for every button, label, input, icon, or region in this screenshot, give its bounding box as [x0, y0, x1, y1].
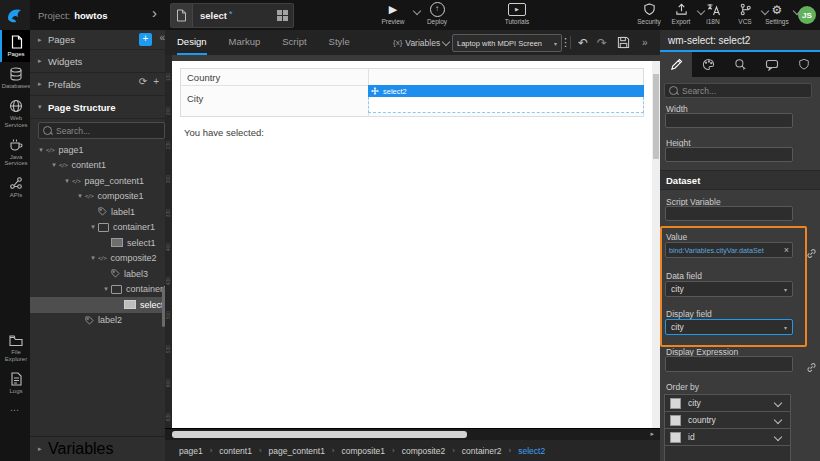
breadcrumb-item[interactable]: content1	[219, 446, 252, 456]
tab-feedback[interactable]	[756, 52, 788, 77]
rail-item-logs[interactable]: Logs	[0, 367, 30, 399]
chevron-down-icon[interactable]	[774, 416, 782, 424]
expand-arrow-icon[interactable]: ▾	[36, 146, 46, 154]
wavemaker-logo[interactable]	[0, 0, 30, 30]
save-icon[interactable]	[617, 30, 630, 55]
tree-node-label1[interactable]: label1	[30, 204, 165, 220]
breadcrumb-item[interactable]: page1	[179, 446, 203, 456]
order-by-option-country[interactable]: country	[665, 412, 790, 429]
tree-node-composite2[interactable]: ▾ </> composite2	[30, 251, 165, 267]
preview-button[interactable]: ▶ Preview	[374, 2, 412, 25]
breadcrumb-item-current[interactable]: select2	[518, 446, 545, 456]
bind-link-icon[interactable]	[806, 359, 817, 377]
vcs-button[interactable]: VCS	[730, 2, 760, 25]
pages-grid-icon[interactable]	[277, 10, 288, 21]
tab-design[interactable]: Design	[177, 30, 207, 55]
breadcrumb-item[interactable]: composite2	[402, 446, 445, 456]
tree-node-page1[interactable]: ▾ </> page1	[30, 142, 165, 158]
checkbox[interactable]	[670, 415, 681, 426]
i18n-button[interactable]: i18N	[698, 2, 728, 25]
select-widget-icon	[124, 300, 136, 309]
properties-search-input[interactable]: Search...	[664, 83, 812, 98]
export-button[interactable]: Export	[666, 2, 696, 25]
tree-node-composite1[interactable]: ▾ </> composite1	[30, 189, 165, 205]
section-page-structure[interactable]: ▾ Page Structure	[30, 96, 165, 119]
select2-selection-bar[interactable]: select2	[368, 85, 644, 97]
bind-link-icon[interactable]	[806, 245, 817, 263]
tab-properties[interactable]	[660, 52, 692, 77]
rail-item-web-services[interactable]: Web Services	[0, 94, 30, 133]
tutorials-button[interactable]: ▶ Tutorials	[496, 2, 538, 25]
clear-icon[interactable]: ×	[781, 245, 792, 255]
width-input[interactable]	[665, 113, 793, 128]
section-prefabs[interactable]: ▸ Prefabs ⟳ +	[30, 73, 165, 96]
display-field-select[interactable]: city ▾	[665, 319, 793, 335]
security-button[interactable]: Security	[634, 2, 664, 25]
section-widgets[interactable]: ▸ Widgets	[30, 50, 165, 73]
expand-arrow-icon[interactable]: ▾	[88, 254, 98, 262]
tab-security[interactable]	[788, 52, 820, 77]
checkbox[interactable]	[670, 432, 681, 443]
expand-panel-icon[interactable]: »	[642, 30, 648, 55]
display-expression-input[interactable]	[665, 356, 793, 372]
select2-widget[interactable]: select2	[368, 85, 644, 113]
chevron-down-icon[interactable]	[774, 433, 782, 441]
rail-more-icon[interactable]: ⋯	[0, 399, 30, 461]
tree-node-content1[interactable]: ▾ </> content1	[30, 158, 165, 174]
rail-item-file-explorer[interactable]: File Explorer	[0, 329, 30, 367]
tab-events[interactable]	[724, 52, 756, 77]
scroll-right-arrow-icon[interactable]: ▸	[650, 430, 654, 438]
add-prefab-icon[interactable]: +	[153, 76, 159, 87]
database-icon	[9, 67, 23, 81]
tab-style[interactable]: Style	[329, 30, 350, 55]
select2-dropdown-field[interactable]	[368, 97, 644, 113]
rail-item-java-services[interactable]: Java Services	[0, 133, 30, 172]
redo-icon[interactable]: ↷	[597, 30, 607, 55]
vertical-scrollbar-thumb[interactable]	[653, 74, 659, 159]
open-page-tab[interactable]: select *	[170, 3, 294, 28]
horizontal-scrollbar-thumb[interactable]	[172, 431, 467, 438]
tree-node-container2[interactable]: ▾ container2	[30, 282, 165, 298]
tab-markup[interactable]: Markup	[229, 30, 261, 55]
add-page-button[interactable]: +	[139, 33, 152, 46]
tree-node-select1[interactable]: select1	[30, 235, 165, 251]
height-input[interactable]	[665, 147, 793, 162]
variables-dropdown[interactable]: {x} Variables	[393, 30, 449, 55]
script-variable-input[interactable]	[665, 206, 793, 221]
expand-arrow-icon[interactable]: ▾	[49, 161, 59, 169]
deploy-button[interactable]: ↑ Deploy	[420, 2, 454, 25]
refresh-prefabs-icon[interactable]: ⟳	[139, 76, 147, 87]
settings-button[interactable]: ⚙ Settings	[762, 2, 792, 25]
order-by-option-id[interactable]: id	[665, 429, 790, 446]
data-field-select[interactable]: city ▾	[665, 281, 793, 297]
tree-node-container1[interactable]: ▾ container1	[30, 220, 165, 236]
form-widget[interactable]: Country City select2	[180, 68, 644, 117]
undo-icon[interactable]: ↶	[578, 30, 588, 55]
rail-item-databases[interactable]: Databases	[0, 62, 30, 94]
tab-styles[interactable]	[692, 52, 724, 77]
section-pages[interactable]: ▸ Pages + «	[30, 30, 165, 50]
expand-arrow-icon[interactable]: ▾	[62, 177, 72, 185]
tab-script[interactable]: Script	[282, 30, 306, 55]
rail-item-apis[interactable]: APIs	[0, 171, 30, 203]
breadcrumb-item[interactable]: page_content1	[269, 446, 325, 456]
user-avatar[interactable]: JS	[798, 6, 816, 24]
device-selector[interactable]: Laptop with MDPI Screen ▾	[452, 34, 562, 52]
breadcrumb-item[interactable]: container2	[462, 446, 502, 456]
tree-node-label3[interactable]: label3	[30, 266, 165, 282]
checkbox[interactable]	[670, 398, 681, 409]
expand-arrow-icon[interactable]: ▾	[88, 223, 98, 231]
value-input[interactable]: bind:Variables.cityVar.dataSet ×	[665, 242, 793, 258]
rail-item-pages[interactable]: Pages	[0, 30, 30, 62]
chevron-down-icon[interactable]	[774, 399, 782, 407]
expand-arrow-icon[interactable]: ▾	[75, 192, 85, 200]
order-by-option-city[interactable]: city	[665, 395, 790, 412]
canvas-vertical-scrollbar[interactable]	[652, 61, 660, 428]
expand-arrow-icon[interactable]: ▾	[101, 285, 111, 293]
tree-node-select2-selected[interactable]: select2	[30, 297, 165, 313]
tree-node-label2[interactable]: label2	[30, 313, 165, 329]
breadcrumb-item[interactable]: composite1	[342, 446, 385, 456]
tree-search-input[interactable]: Search...	[38, 122, 165, 139]
section-variables[interactable]: ▸ Variables	[30, 436, 165, 461]
tree-node-page-content1[interactable]: ▾ </> page_content1	[30, 173, 165, 189]
